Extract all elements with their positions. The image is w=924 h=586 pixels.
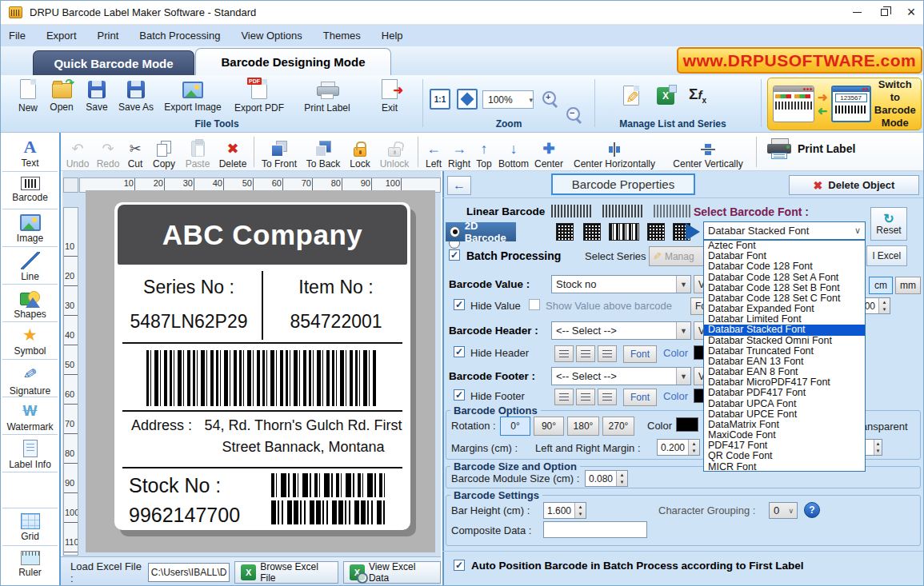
menu-item[interactable]: View Options [241,30,302,42]
font-option[interactable]: Databar Stacked Omni Font [704,336,865,346]
sidebar-item-ruler[interactable]: Ruler [1,548,59,578]
module-size-spinner[interactable]: 0.080▲▼ [585,470,628,487]
unit-cm-button[interactable]: cm [869,277,893,294]
hide-value-checkbox[interactable]: ✓ [454,299,465,310]
redo-button[interactable]: ↷Redo [94,135,122,169]
2d-barcode-selected-row[interactable]: 2D Barcode [446,222,516,241]
excel-path-input[interactable]: C:\Users\IBALL\D [148,563,230,582]
series-function-button[interactable]: Σfx [689,86,706,105]
footer-align-left-button[interactable] [554,389,574,405]
menu-item[interactable]: Batch Processing [139,30,220,42]
delete-button[interactable]: ✖Delete [215,135,250,169]
save-button[interactable]: Save [82,79,112,113]
pdf417-icon[interactable] [609,223,639,241]
align-top-button[interactable]: ↑Top [473,135,495,169]
sidebar-item-barcode[interactable]: Barcode [1,173,59,203]
manage-series-button[interactable]: ✎Manag [649,246,708,266]
barcode-font-select[interactable]: Databar Stacked Font∨ [703,221,866,240]
close-button[interactable]: × [898,2,924,24]
series-value[interactable]: 5487LN62P29 [121,311,257,333]
website-banner[interactable]: www.DRPUSOFTWARE.com [677,47,922,74]
auto-position-checkbox[interactable]: ✓ [454,560,465,571]
zoom-fit-button[interactable] [457,89,478,110]
print-label-button-2[interactable]: Print Label [767,138,855,159]
menu-item[interactable]: Print [98,30,119,42]
rotation-0-button[interactable]: 0° [500,417,530,436]
spinner-arrows-icon[interactable]: ▲▼ [616,471,627,486]
font-option[interactable]: MICR Font [704,462,865,472]
char-grouping-select[interactable]: 0∨ [769,502,798,519]
rotation-270-button[interactable]: 270° [602,417,634,436]
stacked-2d-barcode-object[interactable] [271,473,385,526]
edit-list-button[interactable]: ✎ [623,86,639,106]
align-left-button[interactable]: ←Left [422,135,446,169]
reset-button[interactable]: ↻Reset [870,207,907,241]
header-align-center-button[interactable] [576,345,595,362]
excel-button-partial[interactable]: l Excel [866,245,907,266]
rotation-90-button[interactable]: 90° [534,417,564,436]
sidebar-item-label-info[interactable]: Label Info [1,437,59,470]
hide-header-checkbox[interactable]: ✓ [454,346,465,357]
spinner-arrows-icon[interactable]: ▲▼ [574,503,586,518]
2d-barcode-radio[interactable] [450,226,460,237]
lock-button[interactable]: Lock [346,135,374,169]
sidebar-item-text[interactable]: AText [1,135,59,169]
menu-item[interactable]: Themes [323,30,361,42]
sidebar-item-watermark[interactable]: WWatermark [1,399,59,433]
spinner-arrows-icon[interactable]: ▲▼ [878,298,890,313]
save-as-button[interactable]: Save As [115,79,157,113]
footer-font-button[interactable]: Font [623,389,657,406]
center-horizontally-button[interactable]: Center Horizontally [567,135,662,169]
zoom-level-select[interactable]: 100%▾ [482,90,534,109]
item-value[interactable]: 854722001 [276,311,396,333]
spinner-arrows-icon[interactable]: ▲▼ [874,440,882,455]
font-option[interactable]: Databar PDF417 Font [704,388,865,398]
header-font-button[interactable]: Font [623,345,657,363]
open-button[interactable]: Open [46,79,78,113]
unit-mm-button[interactable]: mm [895,277,921,294]
sidebar-item-signature[interactable]: ✎Signature [1,361,59,397]
linear-barcode-object[interactable] [146,350,378,406]
print-label-button[interactable]: Print Label [295,79,359,114]
barcode-header-select[interactable]: <-- Select -->▼ [551,321,691,340]
datamatrix-icon[interactable] [583,223,601,241]
center-vertically-button[interactable]: Center Vertically [665,135,751,169]
series-label[interactable]: Series No : [129,277,249,298]
qr-code-icon[interactable] [556,223,574,241]
browse-excel-button[interactable]: XBrowse Excel File [234,561,338,584]
restore-button[interactable] [870,2,898,24]
stock-label[interactable]: Stock No : [129,474,221,497]
export-image-button[interactable]: Export Image [161,79,225,113]
switch-to-barcode-mode-button[interactable]: ➜➜ 123567 Switch to Barcode Mode [767,78,922,130]
exit-button[interactable]: Exit [374,79,406,114]
undo-button[interactable]: ↶Undo [63,135,92,169]
lr-margin-spinner[interactable]: 0.200▲▼ [657,439,700,456]
zoom-1to1-button[interactable]: 1:1 [430,89,450,110]
menu-item[interactable]: Export [46,30,77,42]
center-button[interactable]: ✚Center [532,135,566,169]
font-option[interactable]: Databar Code 128 Font [704,261,865,272]
barcode-value-select[interactable]: Stock no▼ [551,275,691,293]
header-align-left-button[interactable] [554,345,574,362]
font-option[interactable]: Databar Code 128 Set B Font [704,283,865,293]
menu-item[interactable]: File [9,30,26,42]
footer-align-right-button[interactable] [598,389,617,405]
font-option[interactable]: QR Code Font [704,451,865,461]
font-option[interactable]: Databar Code 128 Set A Font [704,273,865,283]
stock-value[interactable]: 9962147700 [129,504,240,527]
paste-button[interactable]: Paste [182,135,214,169]
sidebar-item-shapes[interactable]: Shapes [1,286,59,320]
label-company-header[interactable]: ABC Company [118,205,407,265]
bar-height-spinner[interactable]: 1.600▲▼ [543,502,586,519]
minimize-button[interactable] [843,2,870,24]
to-front-button[interactable]: To Front [258,135,300,169]
address-line1[interactable]: 54, Rd. Thorn's Gulch Rd. First [203,417,403,434]
font-option[interactable]: Databar Stacked Font [704,325,865,335]
font-option[interactable]: Databar UPCE Font [704,409,865,420]
align-bottom-button[interactable]: ↓Bottom [495,135,532,169]
sidebar-item-symbol[interactable]: ★Symbol [1,323,59,357]
sidebar-item-grid[interactable]: Grid [1,510,59,542]
panel-back-button[interactable]: ← [447,176,471,195]
menu-item[interactable]: Help [382,30,403,42]
hide-footer-checkbox[interactable]: ✓ [454,389,465,401]
